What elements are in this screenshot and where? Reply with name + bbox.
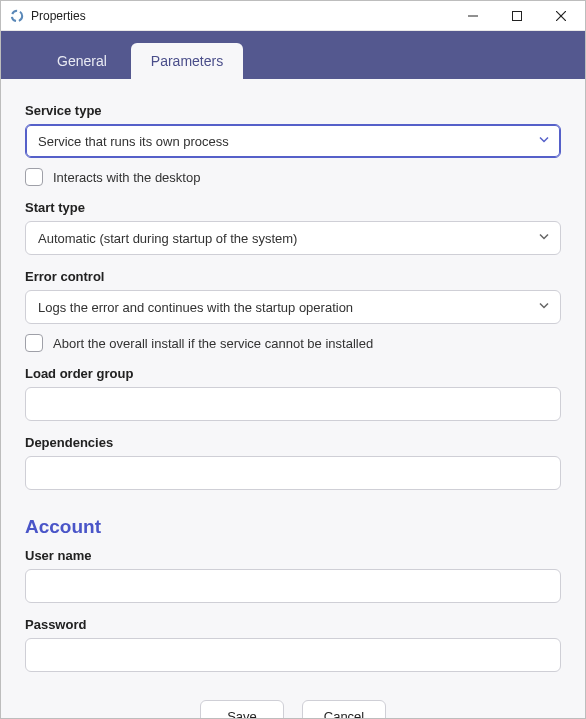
chevron-down-icon <box>538 134 550 149</box>
dependencies-label: Dependencies <box>25 435 561 450</box>
account-heading: Account <box>25 516 561 538</box>
start-type-label: Start type <box>25 200 561 215</box>
titlebar: Properties <box>1 1 585 31</box>
app-icon <box>9 8 25 24</box>
service-type-label: Service type <box>25 103 561 118</box>
service-type-select[interactable]: Service that runs its own process <box>25 124 561 158</box>
error-control-value: Logs the error and continues with the st… <box>38 300 353 315</box>
service-type-value: Service that runs its own process <box>38 134 229 149</box>
content-panel: Service type Service that runs its own p… <box>1 79 585 719</box>
user-name-input[interactable] <box>25 569 561 603</box>
minimize-button[interactable] <box>451 1 495 31</box>
save-button[interactable]: Save <box>200 700 284 719</box>
interacts-desktop-row: Interacts with the desktop <box>25 168 561 186</box>
abort-install-label: Abort the overall install if the service… <box>53 336 373 351</box>
load-order-group-label: Load order group <box>25 366 561 381</box>
tabbar: General Parameters <box>1 31 585 79</box>
password-input[interactable] <box>25 638 561 672</box>
start-type-select[interactable]: Automatic (start during startup of the s… <box>25 221 561 255</box>
svg-point-0 <box>12 10 22 20</box>
window-title: Properties <box>31 9 86 23</box>
close-button[interactable] <box>539 1 583 31</box>
chevron-down-icon <box>538 231 550 246</box>
abort-install-checkbox[interactable] <box>25 334 43 352</box>
error-control-select[interactable]: Logs the error and continues with the st… <box>25 290 561 324</box>
tab-parameters[interactable]: Parameters <box>131 43 243 79</box>
maximize-button[interactable] <box>495 1 539 31</box>
interacts-desktop-label: Interacts with the desktop <box>53 170 200 185</box>
cancel-button[interactable]: Cancel <box>302 700 386 719</box>
dependencies-input[interactable] <box>25 456 561 490</box>
error-control-label: Error control <box>25 269 561 284</box>
dialog-footer: Save Cancel <box>25 700 561 719</box>
tab-general[interactable]: General <box>37 43 127 79</box>
chevron-down-icon <box>538 300 550 315</box>
load-order-group-input[interactable] <box>25 387 561 421</box>
start-type-value: Automatic (start during startup of the s… <box>38 231 297 246</box>
svg-rect-2 <box>513 11 522 20</box>
interacts-desktop-checkbox[interactable] <box>25 168 43 186</box>
user-name-label: User name <box>25 548 561 563</box>
password-label: Password <box>25 617 561 632</box>
abort-install-row: Abort the overall install if the service… <box>25 334 561 352</box>
